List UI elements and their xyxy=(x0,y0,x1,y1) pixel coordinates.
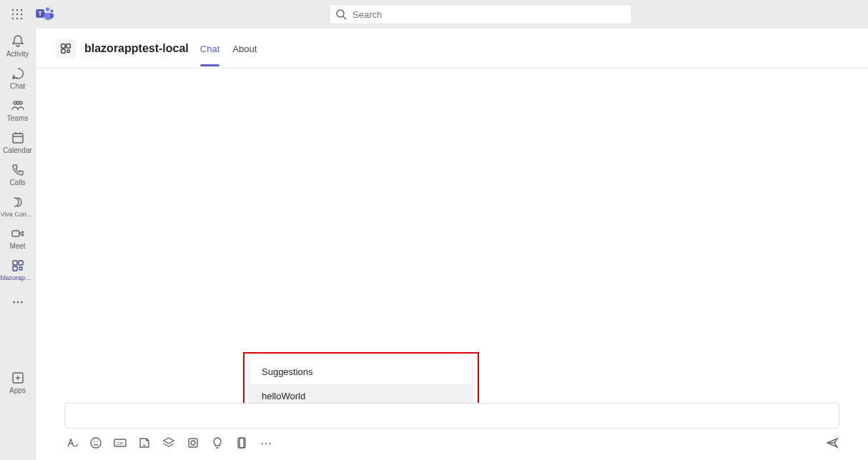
tab-about[interactable]: About xyxy=(232,31,257,66)
chat-header: blazorapptest-local Chat About xyxy=(36,29,868,69)
svg-point-40 xyxy=(142,442,143,443)
attach-button[interactable] xyxy=(235,436,249,450)
rail-label: Calls xyxy=(9,179,25,186)
more-button[interactable]: ⋯ xyxy=(259,436,273,450)
svg-rect-18 xyxy=(13,134,23,143)
main-content: blazorapptest-local Chat About Suggestio… xyxy=(36,29,868,460)
gif-button[interactable]: GIF xyxy=(113,436,127,450)
svg-rect-26 xyxy=(19,267,22,270)
bulb-icon xyxy=(210,436,225,450)
send-icon xyxy=(825,436,839,450)
rail-label: Activity xyxy=(6,50,29,58)
svg-point-2 xyxy=(21,9,22,11)
svg-point-7 xyxy=(16,18,18,19)
svg-rect-31 xyxy=(66,44,70,47)
svg-point-37 xyxy=(97,441,99,442)
rail-meet[interactable]: Meet xyxy=(0,222,36,253)
rail-teams[interactable]: Teams xyxy=(0,94,36,125)
svg-point-0 xyxy=(12,9,14,11)
svg-point-8 xyxy=(21,18,22,19)
svg-point-41 xyxy=(145,442,146,443)
extension-icon xyxy=(162,436,176,450)
gif-icon: GIF xyxy=(113,436,127,450)
rail-label: blazorapptest-local xyxy=(1,274,35,281)
svg-point-11 xyxy=(46,7,49,11)
search-bar[interactable] xyxy=(329,4,632,24)
svg-point-36 xyxy=(94,441,95,442)
svg-rect-42 xyxy=(189,439,197,447)
tab-chat[interactable]: Chat xyxy=(200,31,220,66)
rail-activity[interactable]: Activity xyxy=(0,30,36,61)
rail-label: Chat xyxy=(10,82,25,90)
svg-line-14 xyxy=(343,16,346,19)
rail-label: Calendar xyxy=(3,146,32,154)
send-button[interactable] xyxy=(825,436,839,450)
rail-apps[interactable]: Apps xyxy=(0,371,36,394)
waffle-icon xyxy=(11,9,23,20)
apps-add-icon xyxy=(11,371,25,385)
svg-text:GIF: GIF xyxy=(117,441,124,446)
app-tile-icon xyxy=(59,42,72,55)
suggestion-name: helloWorld xyxy=(262,391,460,401)
loop-icon xyxy=(186,436,200,450)
svg-text:T: T xyxy=(38,10,42,17)
suggestions-header: Suggestions xyxy=(250,359,472,385)
rail-blazorapp[interactable]: blazorapptest-local xyxy=(0,254,36,284)
svg-point-17 xyxy=(16,101,19,104)
app-tile[interactable] xyxy=(56,39,76,59)
rail-label: Viva Connections xyxy=(1,211,35,218)
svg-rect-25 xyxy=(13,266,17,271)
rail-calendar[interactable]: Calendar xyxy=(0,126,36,157)
phone-icon xyxy=(11,163,25,177)
compose-area: GIF ⋯ xyxy=(36,403,868,460)
calendar-icon xyxy=(11,131,25,145)
svg-point-1 xyxy=(16,9,18,11)
rail-label: Apps xyxy=(9,386,26,394)
extension-button[interactable] xyxy=(162,436,176,450)
svg-rect-23 xyxy=(13,261,17,265)
tabs: Chat About xyxy=(200,31,257,66)
emoji-button[interactable] xyxy=(89,436,103,450)
teams-icon xyxy=(11,99,25,113)
svg-rect-45 xyxy=(238,438,244,448)
svg-point-6 xyxy=(12,18,14,19)
viva-icon xyxy=(11,195,25,209)
svg-rect-32 xyxy=(61,49,65,52)
svg-rect-30 xyxy=(61,44,65,47)
app-launcher-button[interactable] xyxy=(6,3,29,26)
attach-icon xyxy=(235,436,249,450)
loop-button[interactable] xyxy=(186,436,200,450)
svg-rect-46 xyxy=(240,438,245,448)
compose-toolbar: GIF ⋯ xyxy=(64,433,839,453)
rail-calls[interactable]: Calls xyxy=(0,159,36,189)
search-input[interactable] xyxy=(352,9,626,20)
format-button[interactable] xyxy=(64,436,79,450)
title-bar: T xyxy=(0,0,868,29)
rail-label: Meet xyxy=(9,242,25,250)
rail-chat[interactable]: Chat xyxy=(0,62,36,93)
sticker-button[interactable] xyxy=(137,436,152,450)
sticker-icon xyxy=(137,436,152,450)
compose-input[interactable] xyxy=(64,403,839,429)
bell-icon xyxy=(11,34,25,49)
chat-icon xyxy=(11,66,25,81)
app-icon xyxy=(11,259,25,273)
svg-rect-24 xyxy=(19,261,23,265)
chat-title: blazorapptest-local xyxy=(84,42,189,55)
rail-label: Teams xyxy=(7,114,28,122)
svg-point-12 xyxy=(51,9,54,12)
svg-point-5 xyxy=(21,14,22,15)
svg-point-3 xyxy=(12,14,14,15)
svg-point-43 xyxy=(191,441,195,445)
svg-rect-22 xyxy=(12,231,19,236)
search-icon xyxy=(335,9,347,20)
teams-logo-icon: T xyxy=(34,4,54,24)
rail-viva[interactable]: Viva Connections xyxy=(0,191,36,221)
approval-button[interactable] xyxy=(210,436,225,450)
svg-point-4 xyxy=(16,14,18,15)
svg-point-13 xyxy=(337,10,344,17)
video-icon xyxy=(11,226,25,241)
emoji-icon xyxy=(89,436,103,450)
rail-more[interactable]: ⋯ xyxy=(0,290,36,313)
left-rail: Activity Chat Teams Calendar Calls Viva … xyxy=(0,29,36,460)
